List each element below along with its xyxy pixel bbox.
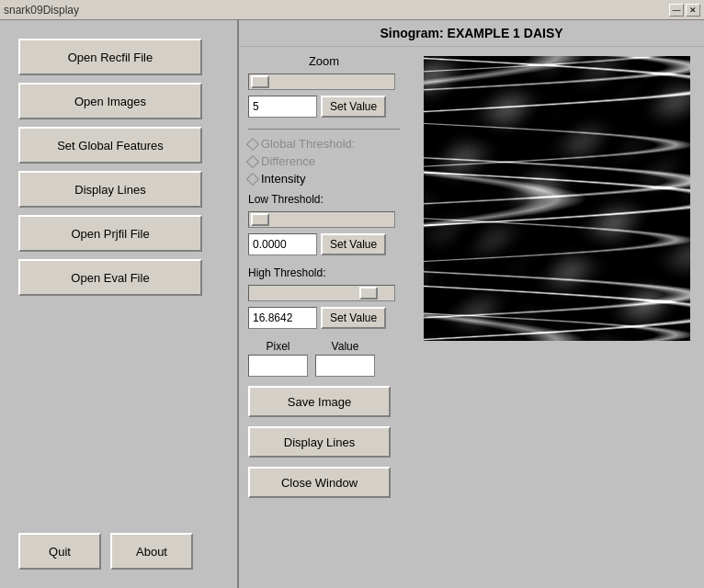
- zoom-input[interactable]: [248, 96, 317, 118]
- low-threshold-label: Low Threshold:: [248, 193, 400, 206]
- display-lines-button[interactable]: Display Lines: [18, 171, 202, 208]
- high-threshold-slider-thumb[interactable]: [359, 287, 378, 300]
- pixel-col: Pixel: [248, 340, 308, 377]
- close-window-button[interactable]: Close Window: [248, 467, 391, 498]
- minimize-button[interactable]: —: [669, 4, 684, 17]
- zoom-value-row: Set Value: [248, 96, 400, 118]
- high-set-value-button[interactable]: Set Value: [321, 307, 386, 329]
- window-title: snark09Display: [4, 4, 79, 17]
- close-button[interactable]: ✕: [686, 4, 700, 17]
- global-threshold-label: Global Threshold:: [261, 137, 355, 151]
- low-set-value-button[interactable]: Set Value: [321, 233, 386, 255]
- low-threshold-input[interactable]: [248, 233, 317, 255]
- global-threshold-diamond-icon: [246, 137, 259, 150]
- sinogram-canvas: [424, 56, 690, 341]
- title-bar: snark09Display — ✕: [0, 0, 704, 20]
- open-eval-button[interactable]: Open Eval File: [18, 259, 202, 296]
- right-panel: Sinogram: EXAMPLE 1 DAISY Zoom Set Value: [239, 20, 704, 588]
- window-controls: — ✕: [669, 4, 700, 17]
- low-threshold-value-row: Set Value: [248, 233, 400, 255]
- pixel-label: Pixel: [266, 340, 290, 353]
- intensity-label: Intensity: [261, 172, 305, 186]
- sinogram-title: Sinogram: EXAMPLE 1 DAISY: [239, 20, 704, 47]
- set-global-features-button[interactable]: Set Global Features: [18, 127, 202, 164]
- save-image-button[interactable]: Save Image: [248, 386, 391, 417]
- display-lines-action-button[interactable]: Display Lines: [248, 426, 391, 458]
- quit-button[interactable]: Quit: [18, 533, 101, 570]
- controls-column: Zoom Set Value Global Threshold:: [239, 47, 409, 588]
- zoom-slider-thumb[interactable]: [251, 75, 269, 88]
- separator-1: [248, 129, 400, 130]
- left-panel: Open Recfil File Open Images Set Global …: [0, 20, 239, 588]
- open-images-button[interactable]: Open Images: [18, 83, 202, 119]
- zoom-slider[interactable]: [248, 74, 395, 90]
- intensity-radio[interactable]: Intensity: [248, 172, 400, 186]
- high-threshold-value-row: Set Value: [248, 307, 400, 329]
- main-layout: Open Recfil File Open Images Set Global …: [0, 20, 704, 588]
- image-area: [409, 47, 704, 588]
- value-col: Value: [315, 340, 375, 377]
- high-threshold-label: High Threshold:: [248, 266, 400, 279]
- open-recfil-button[interactable]: Open Recfil File: [18, 39, 202, 75]
- zoom-label: Zoom: [248, 54, 400, 68]
- high-threshold-slider[interactable]: [248, 285, 395, 301]
- pixel-input[interactable]: [248, 355, 308, 377]
- difference-diamond-icon: [246, 154, 259, 167]
- bottom-buttons: Quit About: [18, 524, 219, 570]
- intensity-diamond-icon: [246, 172, 259, 185]
- right-content: Zoom Set Value Global Threshold:: [239, 47, 704, 588]
- low-threshold-slider[interactable]: [248, 211, 395, 228]
- global-threshold-radio[interactable]: Global Threshold:: [248, 137, 400, 151]
- value-input[interactable]: [315, 355, 375, 377]
- difference-radio[interactable]: Difference: [248, 154, 400, 168]
- pixel-value-row: Pixel Value: [248, 340, 400, 377]
- about-button[interactable]: About: [110, 533, 193, 570]
- zoom-set-value-button[interactable]: Set Value: [321, 96, 386, 118]
- high-threshold-input[interactable]: [248, 307, 317, 329]
- open-prjfil-button[interactable]: Open Prjfil File: [18, 215, 202, 252]
- difference-label: Difference: [261, 154, 315, 168]
- value-label: Value: [332, 340, 359, 353]
- sinogram-image: [424, 56, 690, 341]
- low-threshold-slider-thumb[interactable]: [251, 213, 269, 226]
